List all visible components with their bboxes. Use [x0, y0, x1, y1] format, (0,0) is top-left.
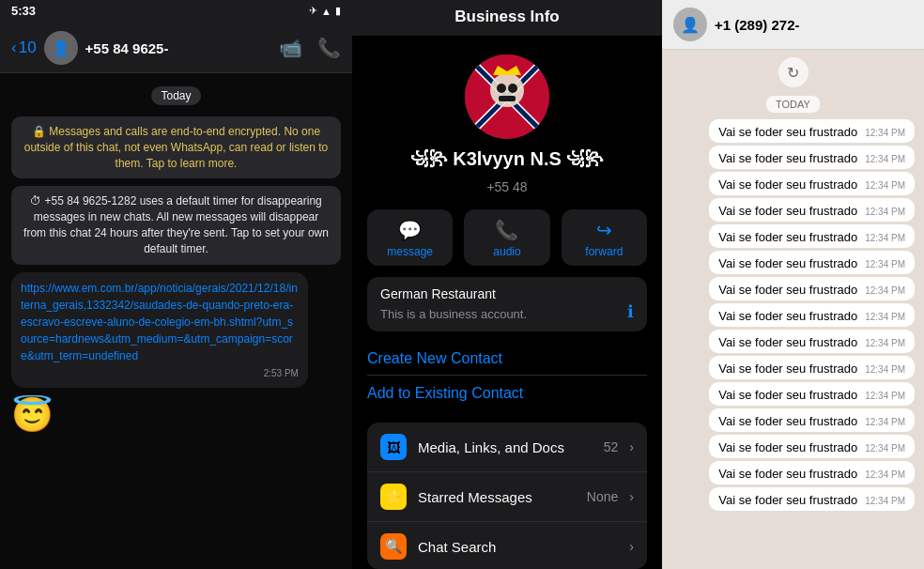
- chevron-right-icon-2: ›: [629, 489, 634, 504]
- audio-label: audio: [493, 245, 520, 258]
- message-time-4: 12:34 PM: [865, 233, 905, 243]
- chat-header: ‹ 10 👤 +55 84 9625- 📹 📞: [0, 22, 352, 73]
- media-count: 52: [604, 439, 619, 454]
- message-row-12: Vai se foder seu frustrado 12:34 PM: [709, 435, 915, 458]
- message-row-6: Vai se foder seu frustrado 12:34 PM: [709, 277, 915, 300]
- svg-point-8: [497, 84, 506, 93]
- chevron-right-icon: ›: [629, 439, 634, 454]
- star-icon: ⭐: [380, 484, 407, 510]
- menu-section: 🖼 Media, Links, and Docs 52 › ⭐ Starred …: [367, 423, 647, 569]
- message-icon: 💬: [398, 219, 422, 241]
- message-time-5: 12:34 PM: [865, 259, 905, 269]
- right-avatar[interactable]: 👤: [673, 8, 707, 41]
- starred-label: Starred Messages: [418, 489, 576, 505]
- message-text-2: Vai se foder seu frustrado: [718, 177, 857, 192]
- profile-avatar[interactable]: [465, 54, 549, 139]
- chat-area: Today 🔒 Messages and calls are end-to-en…: [0, 73, 352, 569]
- forward-icon: ↪: [596, 219, 612, 241]
- refresh-icon[interactable]: ↻: [778, 57, 808, 87]
- add-to-existing-link[interactable]: Add to Existing Contact: [367, 377, 647, 409]
- message-time-2: 12:34 PM: [865, 180, 905, 191]
- airplane-icon: ✈: [309, 5, 317, 17]
- right-chat-area: ↻ TODAY Vai se foder seu frustrado 12:34…: [662, 50, 924, 569]
- message-row-0: Vai se foder seu frustrado 12:34 PM: [709, 119, 915, 143]
- chevron-left-icon: ‹: [11, 38, 17, 57]
- message-time-7: 12:34 PM: [865, 312, 905, 322]
- avatar-image: [465, 54, 549, 139]
- battery-icon: ▮: [335, 5, 341, 17]
- contact-avatar[interactable]: 👤: [44, 31, 78, 65]
- middle-title: Business Info: [454, 8, 559, 26]
- left-chat-panel: 5:33 ✈ ▲ ▮ ‹ 10 👤 +55 84 9625- 📹 📞 Today…: [0, 0, 352, 569]
- message-row-10: Vai se foder seu frustrado 12:34 PM: [709, 382, 915, 406]
- create-contact-link[interactable]: Create New Contact: [367, 343, 647, 376]
- middle-header: Business Info: [352, 0, 662, 36]
- message-text-12: Vai se foder seu frustrado: [718, 440, 857, 454]
- message-text-7: Vai se foder seu frustrado: [718, 309, 857, 323]
- header-actions: 📹 📞: [279, 37, 341, 59]
- header-contact-name[interactable]: +55 84 9625-: [85, 40, 271, 56]
- svg-rect-10: [499, 96, 516, 101]
- message-row-4: Vai se foder seu frustrado 12:34 PM: [709, 224, 915, 248]
- profile-name: ꧁꧂ K3lvyyn N.S ꧁꧂: [410, 148, 605, 170]
- message-time-1: 12:34 PM: [865, 154, 905, 164]
- message-button[interactable]: 💬 message: [367, 209, 453, 266]
- message-text-4: Vai se foder seu frustrado: [718, 230, 857, 244]
- svg-point-7: [490, 73, 524, 107]
- message-row-9: Vai se foder seu frustrado 12:34 PM: [709, 356, 915, 379]
- wifi-icon: ▲: [321, 6, 331, 17]
- timer-notice[interactable]: ⏱ +55 84 9625-1282 uses a default timer …: [11, 186, 341, 264]
- search-icon: 🔍: [380, 533, 407, 560]
- media-label: Media, Links, and Docs: [418, 439, 593, 455]
- forward-button[interactable]: ↪ forward: [562, 209, 647, 266]
- message-text-3: Vai se foder seu frustrado: [718, 204, 857, 218]
- url-message[interactable]: https://www.em.com.br/app/noticia/gerais…: [11, 272, 308, 388]
- phone-call-icon: 📞: [495, 219, 518, 241]
- message-row-3: Vai se foder seu frustrado 12:34 PM: [709, 198, 915, 222]
- encryption-notice[interactable]: 🔒 Messages and calls are end-to-end encr…: [11, 116, 341, 178]
- video-call-icon[interactable]: 📹: [279, 37, 302, 59]
- chevron-right-icon-3: ›: [629, 539, 634, 554]
- message-label: message: [387, 245, 433, 258]
- header-contact-info: +55 84 9625-: [85, 40, 271, 56]
- business-account-text: This is a business account.: [380, 307, 527, 321]
- message-text-0: Vai se foder seu frustrado: [718, 125, 857, 139]
- starred-count: None: [587, 489, 618, 504]
- phone-icon[interactable]: 📞: [317, 37, 341, 59]
- starred-messages-item[interactable]: ⭐ Starred Messages None ›: [367, 472, 647, 522]
- message-time-6: 12:34 PM: [865, 285, 905, 296]
- back-count[interactable]: 10: [19, 38, 37, 57]
- business-info-panel: Business Info: [352, 0, 662, 569]
- message-row-11: Vai se foder seu frustrado 12:34 PM: [709, 408, 915, 432]
- status-bar: 5:33 ✈ ▲ ▮: [0, 0, 352, 22]
- right-date-badge: TODAY: [766, 96, 820, 113]
- contact-actions: Create New Contact Add to Existing Conta…: [352, 337, 662, 415]
- business-category-row: German Restaurant: [380, 286, 634, 301]
- action-buttons: 💬 message 📞 audio ↪ forward: [352, 209, 662, 266]
- right-contact-name[interactable]: +1 (289) 272-: [715, 17, 913, 33]
- message-text-5: Vai se foder seu frustrado: [718, 256, 857, 270]
- profile-section: ꧁꧂ K3lvyyn N.S ꧁꧂ +55 48: [352, 36, 662, 209]
- audio-button[interactable]: 📞 audio: [464, 209, 549, 266]
- message-time-3: 12:34 PM: [865, 207, 905, 217]
- message-time-8: 12:34 PM: [865, 338, 905, 348]
- business-category: German Restaurant: [380, 286, 496, 301]
- right-contact-info: +1 (289) 272-: [715, 17, 913, 33]
- business-account-row: This is a business account. ℹ: [380, 301, 634, 322]
- message-row-5: Vai se foder seu frustrado 12:34 PM: [709, 251, 915, 274]
- url-text: https://www.em.com.br/app/noticia/gerais…: [21, 280, 299, 364]
- message-text-1: Vai se foder seu frustrado: [718, 151, 857, 165]
- message-row-14: Vai se foder seu frustrado 12:34 PM: [709, 487, 915, 511]
- media-links-item[interactable]: 🖼 Media, Links, and Docs 52 ›: [367, 423, 647, 472]
- message-text-14: Vai se foder seu frustrado: [718, 493, 857, 507]
- avatar-svg: [465, 54, 549, 139]
- message-time-9: 12:34 PM: [865, 364, 905, 375]
- back-button[interactable]: ‹ 10: [11, 38, 37, 57]
- message-text-11: Vai se foder seu frustrado: [718, 414, 857, 428]
- message-text-10: Vai se foder seu frustrado: [718, 388, 857, 402]
- media-icon: 🖼: [380, 434, 407, 460]
- message-time-10: 12:34 PM: [865, 391, 905, 401]
- info-icon[interactable]: ℹ: [627, 301, 634, 322]
- chat-search-item[interactable]: 🔍 Chat Search ›: [367, 522, 647, 569]
- message-row-1: Vai se foder seu frustrado 12:34 PM: [709, 146, 915, 169]
